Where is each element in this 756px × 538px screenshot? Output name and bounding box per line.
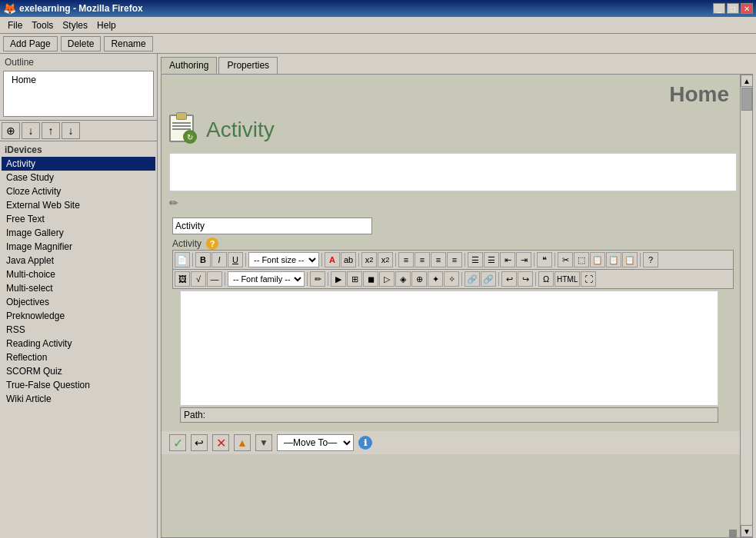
separator-15 <box>535 272 536 286</box>
minimize-button[interactable]: _ <box>713 3 725 14</box>
tab-authoring[interactable]: Authoring <box>161 57 217 74</box>
rte-toolbar-2: 🖼 √ — -- Font family -- ✏ ▶ ⊞ ◼ ▷ ◈ ⊕ <box>172 270 734 289</box>
rte-list-ul-button[interactable]: ☰ <box>468 252 483 267</box>
menu-help[interactable]: Help <box>92 18 121 32</box>
rte-font-color-button[interactable]: A <box>325 252 340 267</box>
rte-media5-button[interactable]: ◈ <box>395 271 411 287</box>
close-button[interactable]: ✕ <box>741 3 753 14</box>
rte-align-center-button[interactable]: ≡ <box>415 252 430 267</box>
idevice-rss[interactable]: RSS <box>2 323 155 337</box>
menu-file[interactable]: File <box>3 18 27 32</box>
main-layout: Outline Home ⊕ ↓ ↑ ↓ iDevices Activity C… <box>0 54 756 538</box>
menu-bar: File Tools Styles Help <box>0 17 756 34</box>
rte-list-ol-button[interactable]: ☰ <box>484 252 499 267</box>
rte-media3-button[interactable]: ◼ <box>363 271 378 287</box>
rte-paste-button[interactable]: 📋 <box>590 252 605 267</box>
idevice-activity[interactable]: Activity <box>2 157 155 171</box>
confirm-button[interactable]: ✓ <box>169 434 186 451</box>
rte-media4-button[interactable]: ▷ <box>379 271 395 287</box>
rte-align-right-button[interactable]: ≡ <box>431 252 446 267</box>
idevice-multiselect[interactable]: Multi-select <box>2 281 155 295</box>
rename-button[interactable]: Rename <box>104 36 152 51</box>
add-page-button[interactable]: Add Page <box>3 36 58 51</box>
move-up-button[interactable]: ▲ <box>234 434 251 451</box>
idevice-objectives[interactable]: Objectives <box>2 295 155 309</box>
outline-item-home[interactable]: Home <box>5 73 152 87</box>
idevice-casestudy[interactable]: Case Study <box>2 171 155 184</box>
outline-down-button[interactable]: ↓ <box>22 122 40 139</box>
rte-paste-plain-button[interactable]: 📋 <box>622 252 638 267</box>
delete-button[interactable]: Delete <box>61 36 102 51</box>
tab-properties[interactable]: Properties <box>218 57 278 74</box>
rte-line-button[interactable]: — <box>207 271 222 287</box>
rte-math-button[interactable]: √ <box>191 271 206 287</box>
idevice-reflection[interactable]: Reflection <box>2 350 155 364</box>
activity-title-input[interactable] <box>172 218 372 234</box>
rte-redo-button[interactable]: ↪ <box>518 271 533 287</box>
rte-indent-button[interactable]: ⇥ <box>516 252 531 267</box>
idevice-imagegallery[interactable]: Image Gallery <box>2 226 155 240</box>
menu-styles[interactable]: Styles <box>58 18 92 32</box>
outline-down2-button[interactable]: ↓ <box>62 122 80 139</box>
rte-paste-word-button[interactable]: 📋 <box>606 252 621 267</box>
maximize-button[interactable]: □ <box>727 3 739 14</box>
rte-cut-button[interactable]: ✂ <box>558 252 573 267</box>
font-size-select[interactable]: -- Font size -- <box>248 252 319 267</box>
rte-outdent-button[interactable]: ⇤ <box>500 252 515 267</box>
scroll-thumb[interactable] <box>741 88 752 111</box>
rich-text-editor[interactable] <box>180 291 718 406</box>
scroll-down-button[interactable]: ▼ <box>741 525 753 537</box>
help-icon[interactable]: ? <box>206 237 218 250</box>
rte-media7-button[interactable]: ✦ <box>428 271 443 287</box>
delete-idevice-button[interactable]: ✕ <box>212 434 229 451</box>
idevice-truefalse[interactable]: True-False Question <box>2 378 155 392</box>
rte-media6-button[interactable]: ⊕ <box>411 271 427 287</box>
idevice-cloze[interactable]: Cloze Activity <box>2 184 155 198</box>
idevice-javaapplet[interactable]: Java Applet <box>2 254 155 267</box>
rte-superscript-button[interactable]: x2 <box>378 252 393 267</box>
rte-unlink-button[interactable]: 🔗 <box>481 271 496 287</box>
rte-bold-button[interactable]: B <box>195 252 211 267</box>
rte-undo-button[interactable]: ↩ <box>501 271 517 287</box>
rte-align-left-button[interactable]: ≡ <box>398 252 414 267</box>
rte-subscript-button[interactable]: x2 <box>361 252 377 267</box>
rte-fullscreen-button[interactable]: ⛶ <box>581 271 596 287</box>
edit-pencil-icon[interactable]: ✏ <box>169 197 178 209</box>
rte-copy-button[interactable]: ⬚ <box>574 252 589 267</box>
rte-media8-button[interactable]: ✧ <box>444 271 459 287</box>
rte-align-justify-button[interactable]: ≡ <box>447 252 462 267</box>
idevice-wiki[interactable]: Wiki Article <box>2 392 155 406</box>
idevice-freetext[interactable]: Free Text <box>2 212 155 226</box>
idevice-externalweb[interactable]: External Web Site <box>2 198 155 212</box>
rte-media1-button[interactable]: ▶ <box>331 271 346 287</box>
rte-edit-icon[interactable]: ✏ <box>310 271 325 287</box>
rte-underline-button[interactable]: U <box>228 252 243 267</box>
resize-handle[interactable] <box>729 530 737 537</box>
move-to-select[interactable]: —Move To— <box>277 434 354 451</box>
rte-link-button[interactable]: 🔗 <box>465 271 480 287</box>
rte-blockquote-button[interactable]: ❝ <box>537 252 552 267</box>
idevice-reading[interactable]: Reading Activity <box>2 337 155 350</box>
idevice-imagemagnifier[interactable]: Image Magnifier <box>2 240 155 254</box>
font-family-select[interactable]: -- Font family -- <box>228 271 305 287</box>
vertical-scrollbar[interactable]: ▲ ▼ <box>740 75 752 537</box>
rte-image-button[interactable]: 🖼 <box>175 271 190 287</box>
rte-new-button[interactable]: 📄 <box>175 252 190 267</box>
rte-highlight-button[interactable]: ab <box>341 252 356 267</box>
activity-icon: ↻ <box>169 115 200 145</box>
idevice-scorm[interactable]: SCORM Quiz <box>2 364 155 378</box>
undo-button[interactable]: ↩ <box>191 434 208 451</box>
menu-tools[interactable]: Tools <box>27 18 58 32</box>
info-icon[interactable]: ℹ <box>358 436 372 450</box>
rte-media2-button[interactable]: ⊞ <box>347 271 362 287</box>
rte-help-button[interactable]: ? <box>643 252 658 267</box>
rte-special-char-button[interactable]: Ω <box>538 271 554 287</box>
rte-html-button[interactable]: HTML <box>555 271 580 287</box>
idevice-multichoice[interactable]: Multi-choice <box>2 267 155 281</box>
idevice-preknowledge[interactable]: Preknowledge <box>2 309 155 323</box>
move-down-button[interactable]: ▼ <box>255 434 272 451</box>
rte-italic-button[interactable]: I <box>211 252 227 267</box>
outline-up-button[interactable]: ↑ <box>42 122 60 139</box>
outline-add-button[interactable]: ⊕ <box>2 122 20 139</box>
scroll-up-button[interactable]: ▲ <box>741 75 753 87</box>
